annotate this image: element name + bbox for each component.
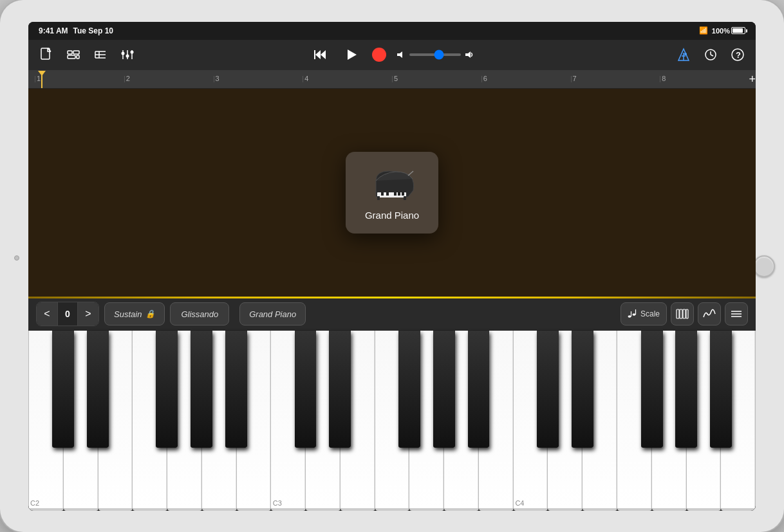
svg-point-13: [122, 52, 125, 55]
battery-pct: 100%: [712, 27, 730, 35]
ruler-tick-8: 8: [660, 76, 749, 82]
svg-point-41: [632, 313, 635, 316]
key-fs3[interactable]: [398, 331, 420, 448]
key-as3[interactable]: [468, 331, 490, 448]
volume-max-icon: [465, 50, 474, 59]
ruler-tick-3: 3: [214, 76, 303, 82]
instrument-popup[interactable]: Grand Piano: [346, 152, 438, 234]
svg-marker-21: [465, 51, 471, 58]
screen: 9:41 AM Tue Sep 10 📶 100%: [28, 22, 756, 511]
grand-piano-label: Grand Piano: [249, 309, 296, 319]
arpeggio-icon: [676, 308, 689, 320]
octave-next-button[interactable]: >: [78, 302, 98, 326]
volume-icon: [397, 50, 406, 59]
status-bar-right: 📶 100%: [699, 26, 745, 35]
volume-slider[interactable]: [409, 53, 461, 56]
svg-rect-36: [398, 192, 400, 196]
svg-rect-1: [68, 51, 72, 54]
key-cs2[interactable]: [52, 331, 74, 448]
ruler-tick-5: 5: [392, 76, 481, 82]
svg-rect-3: [68, 55, 75, 59]
key-gs2[interactable]: [191, 331, 212, 448]
rewind-button[interactable]: [310, 44, 331, 65]
svg-rect-37: [402, 192, 404, 196]
ruler: 1 2 3 4 5 6 7 8 +: [28, 71, 756, 89]
svg-marker-16: [315, 50, 321, 59]
svg-rect-44: [677, 309, 679, 318]
svg-rect-46: [683, 309, 686, 318]
record-button[interactable]: [372, 48, 386, 62]
chord-button[interactable]: [698, 302, 721, 326]
svg-marker-19: [348, 50, 357, 60]
key-as2[interactable]: [225, 331, 247, 448]
svg-marker-20: [397, 51, 402, 58]
add-track-button[interactable]: +: [749, 73, 756, 86]
status-time: 9:41 AM: [39, 26, 68, 35]
svg-text:?: ?: [736, 50, 741, 60]
octave-prev-button[interactable]: <: [37, 302, 57, 326]
svg-rect-33: [381, 192, 384, 196]
svg-rect-34: [386, 192, 389, 196]
metronome-button[interactable]: [673, 44, 694, 65]
right-controls: Scale: [621, 302, 748, 326]
toolbar-center: [310, 44, 474, 65]
svg-point-40: [628, 315, 631, 318]
key-gs3[interactable]: [433, 331, 455, 448]
sustain-button[interactable]: Sustain 🔒: [104, 302, 165, 326]
arpeggio-button[interactable]: [671, 302, 694, 326]
svg-rect-47: [686, 309, 688, 318]
svg-rect-45: [680, 309, 682, 318]
key-fs4[interactable]: [641, 331, 663, 448]
svg-point-25: [684, 53, 687, 55]
svg-line-28: [711, 55, 713, 56]
help-button[interactable]: ?: [727, 44, 748, 65]
svg-rect-0: [41, 48, 50, 59]
sustain-label: Sustain: [114, 309, 142, 319]
svg-rect-38: [377, 196, 380, 200]
status-date: Tue Sep 10: [73, 26, 113, 35]
side-button: [14, 255, 19, 261]
scale-label: Scale: [640, 309, 660, 318]
settings-button[interactable]: [700, 44, 721, 65]
key-ds2[interactable]: [87, 331, 109, 448]
play-button[interactable]: [341, 44, 362, 65]
toolbar: ?: [28, 40, 756, 71]
home-button[interactable]: [753, 255, 775, 277]
key-cs3[interactable]: [295, 331, 317, 448]
scale-button[interactable]: Scale: [621, 302, 667, 326]
instrument-name: Grand Piano: [365, 210, 419, 221]
svg-rect-39: [404, 196, 406, 200]
toolbar-left: [36, 44, 305, 65]
svg-point-15: [131, 51, 134, 54]
keyboard-area: C2 C3 C4: [28, 331, 756, 511]
tracks-view-button[interactable]: [63, 44, 84, 65]
key-ds3[interactable]: [329, 331, 351, 448]
grand-piano-select-button[interactable]: Grand Piano: [239, 302, 306, 326]
new-document-button[interactable]: [36, 44, 57, 65]
ruler-numbers: 1 2 3 4 5 6 7 8: [35, 76, 749, 82]
key-cs4[interactable]: [537, 331, 559, 448]
keys-container: C2 C3 C4: [28, 331, 756, 511]
list-view-button[interactable]: [90, 44, 111, 65]
svg-rect-4: [77, 55, 79, 59]
volume-control: [397, 50, 474, 59]
key-ds4[interactable]: [572, 331, 593, 448]
battery-bar: [731, 27, 745, 34]
ruler-tick-7: 7: [571, 76, 660, 82]
menu-button[interactable]: [725, 302, 748, 326]
battery-indicator: 100%: [712, 27, 745, 35]
octave-number: 0: [57, 302, 78, 326]
wifi-icon: 📶: [699, 26, 708, 35]
glissando-label: Glissando: [181, 309, 218, 319]
playhead: [41, 71, 42, 88]
svg-rect-35: [394, 192, 397, 196]
octave-control: < 0 >: [36, 302, 99, 326]
lock-icon: 🔒: [145, 309, 155, 318]
mixer-button[interactable]: [117, 44, 138, 65]
glissando-button[interactable]: Glissando: [170, 302, 229, 326]
controls-bar: < 0 > Sustain 🔒 Glissando Grand Piano: [28, 298, 756, 331]
key-as4[interactable]: [710, 331, 732, 448]
key-gs4[interactable]: [675, 331, 697, 448]
key-fs2[interactable]: [156, 331, 178, 448]
ipad-frame: 9:41 AM Tue Sep 10 📶 100%: [0, 0, 784, 532]
